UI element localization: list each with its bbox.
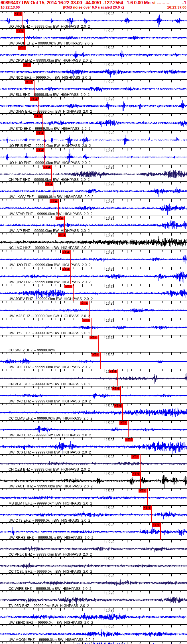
pick-flag[interactable]: ×T 4 xyxy=(131,455,139,459)
trace-row[interactable]: UW DY2 EHZ -- 99999.0km BW_HIGHPASS 2.0 … xyxy=(0,318,187,335)
minute-tick-label: 16:23 xyxy=(106,608,114,612)
trace-row[interactable]: UW OT3 EHZ -- 99999.0km BW_HIGHPASS 2.0 … xyxy=(0,505,187,523)
trace-row[interactable]: UW JORV EHZ -- 99999.0km BW_HIGHPASS 2.0… xyxy=(0,284,187,301)
trace-row[interactable]: UW CDF EHZ -- 99999.0km BW_HIGHPASS 2.0 … xyxy=(0,352,187,369)
minute-tick-label: 16:23 xyxy=(106,131,114,135)
pick-flag[interactable]: ×T 4 xyxy=(50,199,58,203)
trace-row[interactable]: UW RRHS EHZ -- 99999.0km BW_HIGHPASS 2.0… xyxy=(0,523,187,540)
pick-flag[interactable]: ×T 4 xyxy=(36,148,44,152)
pick-flag[interactable]: ×T 4 xyxy=(36,131,44,135)
header: 60893437 UW Oct 15, 2014 16:22:33.00 44.… xyxy=(0,0,187,11)
trace-row[interactable]: CC CLMS EHZ -- 99999.0km BW_HIGHPASS 2.0… xyxy=(0,403,187,420)
trace-row[interactable]: NC LMC HHZ -- 99999.0km BW_HIGHPASS 2.0 … xyxy=(0,233,187,250)
station-label: UW ELL EHZ -- 99999.0km BW_HIGHPASS 2.0 … xyxy=(9,93,90,97)
pick-flag[interactable]: ×T 4 xyxy=(119,421,127,425)
pick-flag[interactable]: ×T 4 xyxy=(143,506,151,510)
pick-flag[interactable]: ×T 4 xyxy=(109,370,117,373)
trace-row[interactable]: CN PGC BHZ -- 99999.0km BW_HIGHPASS 2.0 … xyxy=(0,369,187,386)
station-label: UW RCS EHZ -- 99999.0km BW_HIGHPASS 2.0 … xyxy=(9,450,91,454)
station-label: UW SVOH EHZ -- 99999.0km BW_HIGHPASS 2.0… xyxy=(9,41,93,45)
trace-row[interactable]: UW QN2 EHZ -- 99999.0km BW_HIGHPASS 2.0 … xyxy=(0,267,187,284)
pick-line xyxy=(51,165,52,182)
pick-flag[interactable]: ×T 4 xyxy=(125,438,133,442)
station-label: UW RRHS EHZ -- 99999.0km BW_HIGHPASS 2.0… xyxy=(9,536,93,540)
pick-line xyxy=(44,131,45,148)
trace-row[interactable]: CN OZB BHZ -- 99999.0km BW_HIGHPASS 2.0 … xyxy=(0,454,187,471)
pick-flag[interactable]: ×T 4 xyxy=(112,387,120,390)
minute-tick-label: 16:23 xyxy=(106,625,114,629)
trace-row[interactable]: UW MOON EHZ -- 99999.0km BW_HIGHPASS 2.0… xyxy=(0,625,187,642)
trace-row[interactable]: UW H2O EHZ -- 99999.0km BW_HIGHPASS 2.0 … xyxy=(0,250,187,267)
trace-row[interactable]: CC PRLK BHZ -- 99999.0km BW_HIGHPASS 2.0… xyxy=(0,540,187,557)
pick-flag[interactable]: ×T 4 xyxy=(132,472,140,476)
minute-tick-label: 16:23 xyxy=(106,319,114,323)
trace-row[interactable]: UW MJ2 EHZ -- 99999.0km BW_HIGHPASS 2.0 … xyxy=(0,301,187,318)
pick-flag[interactable]: ×T 4 xyxy=(25,80,33,84)
minute-tick-label: 16:23 xyxy=(106,540,114,544)
pick-flag[interactable]: ×T 4 xyxy=(90,336,97,339)
trace-row[interactable]: UW STAR EHZ -- 99999.0km BW_HIGHPASS 2.0… xyxy=(0,199,187,216)
trace-row[interactable]: UW LKWV EHZ -- 99999.0km BW_HIGHPASS 2.0… xyxy=(0,182,187,199)
pick-flag[interactable]: ×T 4 xyxy=(82,319,90,322)
trace-row[interactable]: CC SWF2 BHZ -- 99999.0km16:23×T 4 xyxy=(0,335,187,352)
pick-flag[interactable]: ×T 4 xyxy=(18,46,26,50)
trace-row[interactable]: UW STD EHZ -- 99999.0km BW_HIGHPASS 2.0 … xyxy=(0,114,187,131)
pick-flag[interactable]: ×T 4 xyxy=(34,114,42,118)
minute-tick-label: 16:23 xyxy=(106,506,114,510)
trace-row[interactable]: UW GHW EHZ -- 99999.0km BW_HIGHPASS 2.0 … xyxy=(0,97,187,114)
pick-flag[interactable]: ×T 4 xyxy=(114,404,122,408)
station-label: UO HUO EHZ -- 99999.0km BW_HIGHPASS 2.0 … xyxy=(9,161,91,165)
trace-row[interactable]: UW LVP EHZ -- 99999.0km BW_HIGHPASS 2.0 … xyxy=(0,216,187,233)
minute-tick-label: 16:23 xyxy=(106,199,114,203)
pick-flag[interactable]: ×T 4 xyxy=(30,97,38,101)
pick-line xyxy=(134,437,134,454)
pick-flag[interactable]: ×T 4 xyxy=(23,63,31,67)
pick-flag[interactable]: ×T 4 xyxy=(62,250,70,254)
pick-flag[interactable]: ×T 4 xyxy=(14,12,22,16)
trace-row[interactable]: UW NCO EHZ -- 99999.0km BW_HIGHPASS 2.0 … xyxy=(0,62,187,80)
pick-flag[interactable]: ×T 4 xyxy=(92,353,99,357)
trace-row[interactable]: UW SVOH EHZ -- 99999.0km BW_HIGHPASS 2.0… xyxy=(0,29,187,46)
trace-row[interactable]: CC WIFE BHZ -- 99999.0km BW_HIGHPASS 2.0… xyxy=(0,574,187,591)
station-label: UW LVP EHZ -- 99999.0km BW_HIGHPASS 2.0 … xyxy=(9,229,90,233)
pick-flag[interactable]: ×T 4 xyxy=(64,285,72,288)
minute-tick-label: 16:23 xyxy=(106,489,114,493)
pick-flag[interactable]: ×T 4 xyxy=(58,233,66,237)
minute-tick-label: 16:23 xyxy=(106,574,114,578)
station-label: CN OZB BHZ -- 99999.0km BW_HIGHPASS 2.0 … xyxy=(9,467,90,471)
trace-row[interactable]: UW BEND EHZ -- 99999.0km BW_HIGHPASS 2.0… xyxy=(0,608,187,625)
pick-line xyxy=(54,182,54,199)
pick-flag[interactable]: ×T 4 xyxy=(16,29,24,33)
trace-row[interactable]: UW YACT HHZ -- 99999.0km BW_HIGHPASS 2.0… xyxy=(0,471,187,489)
trace-row[interactable]: CN PNT BHZ -- 99999.0km BW_HIGHPASS 2.0 … xyxy=(0,165,187,182)
pick-line xyxy=(58,199,59,216)
trace-row[interactable]: UW BRO EHZ -- 99999.0km BW_HIGHPASS 2.0 … xyxy=(0,420,187,438)
minute-tick-label: 16:23 xyxy=(106,233,114,237)
trace-row[interactable]: UO JRO EHZ -- 99999.0km BW_HIGHPASS 2.0 … xyxy=(0,11,187,29)
station-label: UW YACT HHZ -- 99999.0km BW_HIGHPASS 2.0… xyxy=(9,484,93,488)
trace-row[interactable]: UW RVC EHZ -- 99999.0km BW_HIGHPASS 2.0 … xyxy=(0,386,187,403)
pick-flag[interactable]: ×T 4 xyxy=(80,301,88,305)
trace-row[interactable]: UO FRIS EHZ -- 99999.0km BW_HIGHPASS 2.0… xyxy=(0,131,187,148)
pick-line xyxy=(42,114,43,131)
trace-row[interactable]: CC TCBU BHZ -- 99999.0km BW_HIGHPASS 2.0… xyxy=(0,556,187,574)
minute-tick-label: 16:23 xyxy=(106,80,114,84)
trace-row[interactable]: MB BLMT EHZ -- 99999.0km BW_HIGHPASS 2.0… xyxy=(0,488,187,505)
pick-flag[interactable]: ×T 4 xyxy=(139,489,147,493)
trace-row[interactable]: UW ELL EHZ -- 99999.0km BW_HIGHPASS 2.0 … xyxy=(0,80,187,97)
pick-flag[interactable]: ×T 4 xyxy=(62,268,70,271)
minute-tick-label: 16:23 xyxy=(106,301,114,305)
trace-row[interactable]: TA I05D BHZ -- 99999.0km BW_HIGHPASS 2.0… xyxy=(0,591,187,608)
pick-line xyxy=(44,148,45,165)
trace-row[interactable]: UW RCS EHZ -- 99999.0km BW_HIGHPASS 2.0 … xyxy=(0,437,187,454)
pick-line xyxy=(117,369,118,386)
pick-flag[interactable]: ×T 4 xyxy=(43,165,51,169)
station-label: UW LKWV EHZ -- 99999.0km BW_HIGHPASS 2.0… xyxy=(9,195,93,199)
pick-flag[interactable]: ×T 4 xyxy=(45,182,53,186)
trace-row[interactable]: UW CPW EHZ -- 99999.0km BW_HIGHPASS 2.0 … xyxy=(0,45,187,62)
trace-row[interactable]: UO HUO EHZ -- 99999.0km BW_HIGHPASS 2.0 … xyxy=(0,148,187,165)
pick-flag[interactable]: ×T 4 xyxy=(56,216,64,220)
minute-tick-label: 16:23 xyxy=(106,97,114,101)
pick-flag[interactable]: ×T 4 xyxy=(152,523,160,527)
pick-line xyxy=(70,267,71,284)
